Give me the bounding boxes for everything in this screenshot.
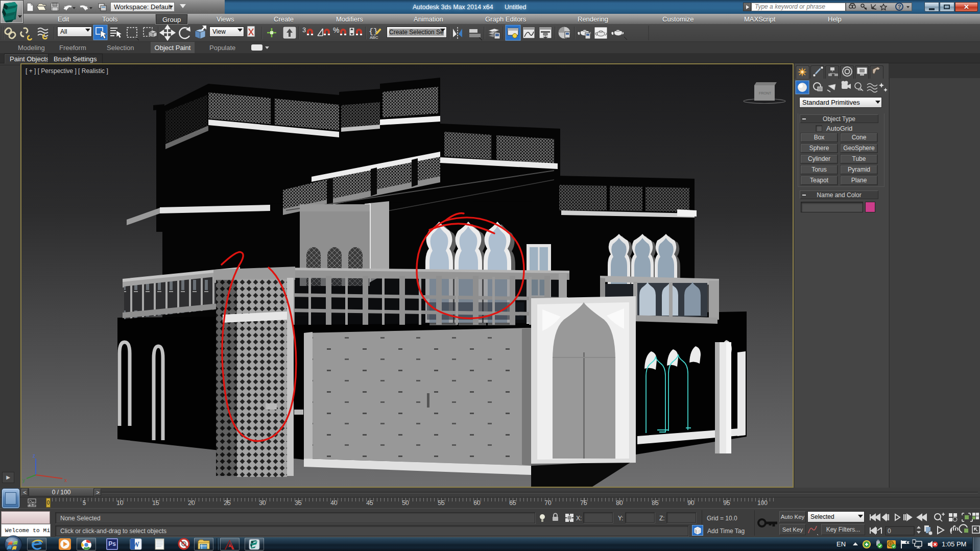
svg-text:W: W [132, 541, 139, 548]
svg-text:%: % [333, 26, 339, 34]
svg-text:?: ? [898, 4, 901, 10]
svg-text:[ + ] [ Perspective ] [ Realis: [ + ] [ Perspective ] [ Realistic ] [26, 67, 108, 75]
svg-text:y: y [22, 477, 25, 483]
svg-text:FRONT: FRONT [759, 91, 772, 95]
svg-text:x: x [64, 477, 67, 483]
svg-text:z: z [33, 453, 35, 459]
svg-text:3: 3 [302, 26, 306, 34]
svg-text:ABC: ABC [370, 35, 378, 40]
svg-text:0: 0 [888, 528, 891, 535]
